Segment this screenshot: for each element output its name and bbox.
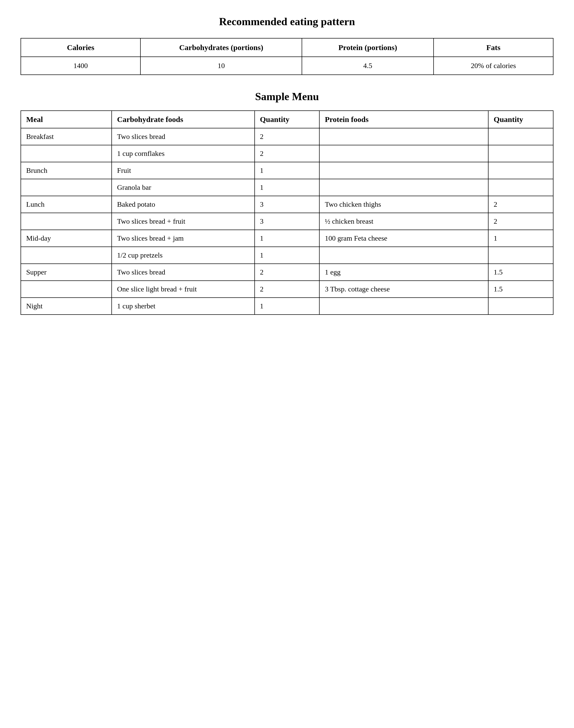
- menu-cell-carb: One slice light bread + fruit: [112, 281, 254, 298]
- menu-cell-qty1: 1: [255, 179, 320, 196]
- menu-header-meal: Meal: [21, 111, 112, 128]
- menu-row: LunchBaked potato3Two chicken thighs2: [21, 196, 553, 213]
- menu-header-qty2: Quantity: [488, 111, 553, 128]
- menu-cell-meal: Mid-day: [21, 230, 112, 247]
- menu-header-qty1: Quantity: [255, 111, 320, 128]
- menu-cell-qty2: 1.5: [488, 264, 553, 281]
- menu-cell-qty2: [488, 179, 553, 196]
- menu-cell-meal: [21, 213, 112, 230]
- menu-cell-protein: [319, 145, 488, 162]
- menu-cell-qty2: 1: [488, 230, 553, 247]
- nutrition-table: Calories Carbohydrates (portions) Protei…: [20, 38, 554, 75]
- menu-cell-meal: Brunch: [21, 162, 112, 179]
- menu-row: One slice light bread + fruit23 Tbsp. co…: [21, 281, 553, 298]
- menu-cell-qty1: 2: [255, 145, 320, 162]
- menu-cell-qty2: [488, 145, 553, 162]
- menu-cell-qty1: 1: [255, 162, 320, 179]
- menu-row: BreakfastTwo slices bread2: [21, 128, 553, 145]
- menu-cell-qty1: 1: [255, 298, 320, 315]
- menu-row: Night1 cup sherbet1: [21, 298, 553, 315]
- menu-header-row: Meal Carbohydrate foods Quantity Protein…: [21, 111, 553, 128]
- nutrition-header-calories: Calories: [21, 38, 140, 57]
- menu-header-carb: Carbohydrate foods: [112, 111, 254, 128]
- menu-row: SupperTwo slices bread21 egg1.5: [21, 264, 553, 281]
- menu-cell-protein: [319, 179, 488, 196]
- menu-cell-carb: Baked potato: [112, 196, 254, 213]
- menu-cell-meal: [21, 281, 112, 298]
- nutrition-header-protein: Protein (portions): [302, 38, 434, 57]
- menu-cell-qty1: 2: [255, 264, 320, 281]
- menu-cell-meal: [21, 145, 112, 162]
- menu-cell-protein: Two chicken thighs: [319, 196, 488, 213]
- menu-cell-carb: 1 cup sherbet: [112, 298, 254, 315]
- menu-cell-qty2: [488, 298, 553, 315]
- menu-cell-carb: 1/2 cup pretzels: [112, 247, 254, 264]
- menu-cell-protein: 100 gram Feta cheese: [319, 230, 488, 247]
- menu-cell-meal: Supper: [21, 264, 112, 281]
- menu-cell-carb: Granola bar: [112, 179, 254, 196]
- menu-cell-protein: [319, 247, 488, 264]
- menu-cell-qty2: [488, 162, 553, 179]
- section-title: Sample Menu: [20, 90, 554, 103]
- menu-cell-qty1: 2: [255, 128, 320, 145]
- menu-cell-qty2: 2: [488, 196, 553, 213]
- menu-cell-qty1: 1: [255, 230, 320, 247]
- nutrition-fats: 20% of calories: [434, 57, 553, 75]
- menu-cell-carb: Fruit: [112, 162, 254, 179]
- menu-cell-protein: [319, 162, 488, 179]
- menu-cell-carb: Two slices bread + fruit: [112, 213, 254, 230]
- menu-cell-protein: [319, 128, 488, 145]
- menu-row: Two slices bread + fruit3½ chicken breas…: [21, 213, 553, 230]
- menu-cell-carb: Two slices bread: [112, 128, 254, 145]
- nutrition-header-carbs: Carbohydrates (portions): [140, 38, 302, 57]
- menu-cell-meal: [21, 247, 112, 264]
- menu-cell-qty1: 3: [255, 196, 320, 213]
- menu-row: Granola bar1: [21, 179, 553, 196]
- menu-cell-qty1: 1: [255, 247, 320, 264]
- menu-cell-carb: Two slices bread + jam: [112, 230, 254, 247]
- nutrition-header-fats: Fats: [434, 38, 553, 57]
- menu-cell-qty2: 2: [488, 213, 553, 230]
- menu-cell-meal: [21, 179, 112, 196]
- nutrition-header-row: Calories Carbohydrates (portions) Protei…: [21, 38, 553, 57]
- menu-cell-protein: ½ chicken breast: [319, 213, 488, 230]
- menu-cell-carb: Two slices bread: [112, 264, 254, 281]
- menu-cell-protein: 1 egg: [319, 264, 488, 281]
- menu-cell-qty2: [488, 128, 553, 145]
- menu-cell-meal: Breakfast: [21, 128, 112, 145]
- nutrition-protein: 4.5: [302, 57, 434, 75]
- menu-row: 1 cup cornflakes2: [21, 145, 553, 162]
- menu-cell-qty2: [488, 247, 553, 264]
- menu-table: Meal Carbohydrate foods Quantity Protein…: [20, 111, 554, 315]
- menu-row: BrunchFruit1: [21, 162, 553, 179]
- menu-cell-protein: 3 Tbsp. cottage cheese: [319, 281, 488, 298]
- menu-cell-qty1: 3: [255, 213, 320, 230]
- nutrition-calories: 1400: [21, 57, 140, 75]
- nutrition-data-row: 1400 10 4.5 20% of calories: [21, 57, 553, 75]
- menu-row: 1/2 cup pretzels1: [21, 247, 553, 264]
- menu-header-protein: Protein foods: [319, 111, 488, 128]
- menu-cell-carb: 1 cup cornflakes: [112, 145, 254, 162]
- menu-row: Mid-dayTwo slices bread + jam1100 gram F…: [21, 230, 553, 247]
- nutrition-carbs: 10: [140, 57, 302, 75]
- menu-cell-qty2: 1.5: [488, 281, 553, 298]
- page-title: Recommended eating pattern: [20, 15, 554, 28]
- menu-cell-qty1: 2: [255, 281, 320, 298]
- menu-cell-meal: Night: [21, 298, 112, 315]
- menu-cell-meal: Lunch: [21, 196, 112, 213]
- menu-cell-protein: [319, 298, 488, 315]
